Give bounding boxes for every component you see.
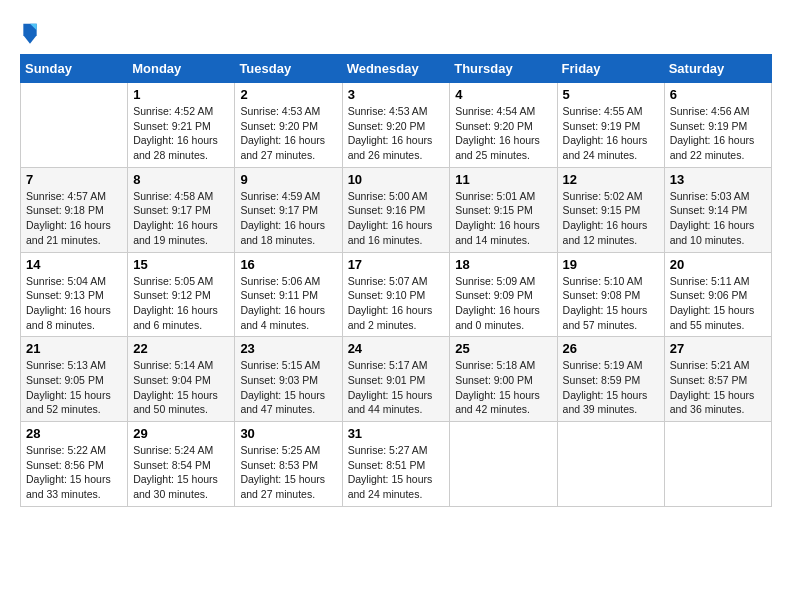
day-number: 3: [348, 87, 445, 102]
day-number: 8: [133, 172, 229, 187]
day-number: 28: [26, 426, 122, 441]
day-number: 4: [455, 87, 551, 102]
cell-content: Sunrise: 4:53 AM Sunset: 9:20 PM Dayligh…: [240, 104, 336, 163]
day-number: 24: [348, 341, 445, 356]
day-number: 19: [563, 257, 659, 272]
day-number: 17: [348, 257, 445, 272]
cell-content: Sunrise: 5:19 AM Sunset: 8:59 PM Dayligh…: [563, 358, 659, 417]
header: [20, 20, 772, 44]
day-header-sunday: Sunday: [21, 55, 128, 83]
calendar-cell: 16Sunrise: 5:06 AM Sunset: 9:11 PM Dayli…: [235, 252, 342, 337]
calendar-cell: 3Sunrise: 4:53 AM Sunset: 9:20 PM Daylig…: [342, 83, 450, 168]
day-number: 15: [133, 257, 229, 272]
calendar-cell: 21Sunrise: 5:13 AM Sunset: 9:05 PM Dayli…: [21, 337, 128, 422]
cell-content: Sunrise: 5:21 AM Sunset: 8:57 PM Dayligh…: [670, 358, 766, 417]
cell-content: Sunrise: 5:27 AM Sunset: 8:51 PM Dayligh…: [348, 443, 445, 502]
cell-content: Sunrise: 5:13 AM Sunset: 9:05 PM Dayligh…: [26, 358, 122, 417]
cell-content: Sunrise: 5:02 AM Sunset: 9:15 PM Dayligh…: [563, 189, 659, 248]
calendar-cell: [664, 422, 771, 507]
calendar-cell: 9Sunrise: 4:59 AM Sunset: 9:17 PM Daylig…: [235, 167, 342, 252]
calendar-cell: 18Sunrise: 5:09 AM Sunset: 9:09 PM Dayli…: [450, 252, 557, 337]
day-number: 25: [455, 341, 551, 356]
cell-content: Sunrise: 5:04 AM Sunset: 9:13 PM Dayligh…: [26, 274, 122, 333]
day-number: 11: [455, 172, 551, 187]
calendar-cell: 5Sunrise: 4:55 AM Sunset: 9:19 PM Daylig…: [557, 83, 664, 168]
calendar-cell: 24Sunrise: 5:17 AM Sunset: 9:01 PM Dayli…: [342, 337, 450, 422]
day-number: 27: [670, 341, 766, 356]
cell-content: Sunrise: 4:58 AM Sunset: 9:17 PM Dayligh…: [133, 189, 229, 248]
day-number: 5: [563, 87, 659, 102]
cell-content: Sunrise: 5:06 AM Sunset: 9:11 PM Dayligh…: [240, 274, 336, 333]
calendar-cell: 27Sunrise: 5:21 AM Sunset: 8:57 PM Dayli…: [664, 337, 771, 422]
cell-content: Sunrise: 5:05 AM Sunset: 9:12 PM Dayligh…: [133, 274, 229, 333]
day-number: 13: [670, 172, 766, 187]
week-row-5: 28Sunrise: 5:22 AM Sunset: 8:56 PM Dayli…: [21, 422, 772, 507]
cell-content: Sunrise: 5:24 AM Sunset: 8:54 PM Dayligh…: [133, 443, 229, 502]
calendar-cell: 10Sunrise: 5:00 AM Sunset: 9:16 PM Dayli…: [342, 167, 450, 252]
calendar-cell: [450, 422, 557, 507]
week-row-4: 21Sunrise: 5:13 AM Sunset: 9:05 PM Dayli…: [21, 337, 772, 422]
calendar-cell: 6Sunrise: 4:56 AM Sunset: 9:19 PM Daylig…: [664, 83, 771, 168]
day-header-tuesday: Tuesday: [235, 55, 342, 83]
calendar-cell: 23Sunrise: 5:15 AM Sunset: 9:03 PM Dayli…: [235, 337, 342, 422]
week-row-2: 7Sunrise: 4:57 AM Sunset: 9:18 PM Daylig…: [21, 167, 772, 252]
cell-content: Sunrise: 5:09 AM Sunset: 9:09 PM Dayligh…: [455, 274, 551, 333]
cell-content: Sunrise: 5:18 AM Sunset: 9:00 PM Dayligh…: [455, 358, 551, 417]
calendar-cell: 17Sunrise: 5:07 AM Sunset: 9:10 PM Dayli…: [342, 252, 450, 337]
cell-content: Sunrise: 4:59 AM Sunset: 9:17 PM Dayligh…: [240, 189, 336, 248]
calendar-table: SundayMondayTuesdayWednesdayThursdayFrid…: [20, 54, 772, 507]
calendar-cell: 22Sunrise: 5:14 AM Sunset: 9:04 PM Dayli…: [128, 337, 235, 422]
cell-content: Sunrise: 5:22 AM Sunset: 8:56 PM Dayligh…: [26, 443, 122, 502]
calendar-cell: 29Sunrise: 5:24 AM Sunset: 8:54 PM Dayli…: [128, 422, 235, 507]
cell-content: Sunrise: 5:03 AM Sunset: 9:14 PM Dayligh…: [670, 189, 766, 248]
header-row: SundayMondayTuesdayWednesdayThursdayFrid…: [21, 55, 772, 83]
calendar-cell: 20Sunrise: 5:11 AM Sunset: 9:06 PM Dayli…: [664, 252, 771, 337]
cell-content: Sunrise: 4:57 AM Sunset: 9:18 PM Dayligh…: [26, 189, 122, 248]
calendar-cell: 15Sunrise: 5:05 AM Sunset: 9:12 PM Dayli…: [128, 252, 235, 337]
day-header-thursday: Thursday: [450, 55, 557, 83]
calendar-cell: 19Sunrise: 5:10 AM Sunset: 9:08 PM Dayli…: [557, 252, 664, 337]
calendar-cell: 1Sunrise: 4:52 AM Sunset: 9:21 PM Daylig…: [128, 83, 235, 168]
cell-content: Sunrise: 4:56 AM Sunset: 9:19 PM Dayligh…: [670, 104, 766, 163]
calendar-cell: 11Sunrise: 5:01 AM Sunset: 9:15 PM Dayli…: [450, 167, 557, 252]
day-number: 18: [455, 257, 551, 272]
calendar-cell: 28Sunrise: 5:22 AM Sunset: 8:56 PM Dayli…: [21, 422, 128, 507]
calendar-cell: 7Sunrise: 4:57 AM Sunset: 9:18 PM Daylig…: [21, 167, 128, 252]
day-header-friday: Friday: [557, 55, 664, 83]
day-number: 31: [348, 426, 445, 441]
day-number: 21: [26, 341, 122, 356]
calendar-cell: 4Sunrise: 4:54 AM Sunset: 9:20 PM Daylig…: [450, 83, 557, 168]
calendar-cell: [21, 83, 128, 168]
day-number: 29: [133, 426, 229, 441]
logo-icon: [20, 20, 40, 44]
calendar-cell: 26Sunrise: 5:19 AM Sunset: 8:59 PM Dayli…: [557, 337, 664, 422]
day-number: 7: [26, 172, 122, 187]
calendar-cell: [557, 422, 664, 507]
cell-content: Sunrise: 5:07 AM Sunset: 9:10 PM Dayligh…: [348, 274, 445, 333]
calendar-cell: 25Sunrise: 5:18 AM Sunset: 9:00 PM Dayli…: [450, 337, 557, 422]
day-header-saturday: Saturday: [664, 55, 771, 83]
day-number: 1: [133, 87, 229, 102]
cell-content: Sunrise: 5:25 AM Sunset: 8:53 PM Dayligh…: [240, 443, 336, 502]
day-number: 14: [26, 257, 122, 272]
calendar-cell: 31Sunrise: 5:27 AM Sunset: 8:51 PM Dayli…: [342, 422, 450, 507]
day-number: 16: [240, 257, 336, 272]
cell-content: Sunrise: 5:17 AM Sunset: 9:01 PM Dayligh…: [348, 358, 445, 417]
cell-content: Sunrise: 5:00 AM Sunset: 9:16 PM Dayligh…: [348, 189, 445, 248]
day-number: 2: [240, 87, 336, 102]
day-number: 10: [348, 172, 445, 187]
cell-content: Sunrise: 4:52 AM Sunset: 9:21 PM Dayligh…: [133, 104, 229, 163]
day-header-monday: Monday: [128, 55, 235, 83]
calendar-cell: 14Sunrise: 5:04 AM Sunset: 9:13 PM Dayli…: [21, 252, 128, 337]
logo: [20, 20, 44, 44]
day-number: 6: [670, 87, 766, 102]
cell-content: Sunrise: 5:11 AM Sunset: 9:06 PM Dayligh…: [670, 274, 766, 333]
week-row-3: 14Sunrise: 5:04 AM Sunset: 9:13 PM Dayli…: [21, 252, 772, 337]
calendar-cell: 2Sunrise: 4:53 AM Sunset: 9:20 PM Daylig…: [235, 83, 342, 168]
day-header-wednesday: Wednesday: [342, 55, 450, 83]
cell-content: Sunrise: 5:10 AM Sunset: 9:08 PM Dayligh…: [563, 274, 659, 333]
calendar-cell: 13Sunrise: 5:03 AM Sunset: 9:14 PM Dayli…: [664, 167, 771, 252]
day-number: 23: [240, 341, 336, 356]
cell-content: Sunrise: 5:15 AM Sunset: 9:03 PM Dayligh…: [240, 358, 336, 417]
cell-content: Sunrise: 4:53 AM Sunset: 9:20 PM Dayligh…: [348, 104, 445, 163]
